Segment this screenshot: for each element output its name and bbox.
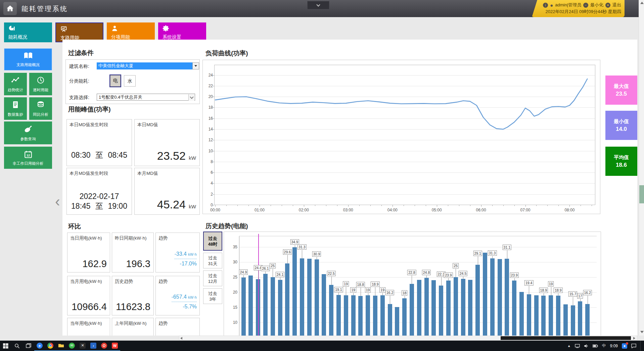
sidebar-item-trend-stats[interactable]: 趋势统计 (4, 73, 27, 95)
minimize-label[interactable]: 最小化 (590, 2, 603, 8)
branch-select[interactable]: 1号配变0.4千伏总开关 (97, 94, 195, 101)
bar (461, 279, 465, 336)
taskbar-app-xshell[interactable]: ✕ (77, 341, 88, 351)
peak-card-today-value: 本日MD值 23.52 kW (134, 119, 200, 166)
scroll-up-arrow[interactable] (640, 2, 644, 4)
highlight-cursor-line (258, 234, 259, 336)
bar (527, 294, 531, 336)
taskbar-app-wechat[interactable]: ✉ (66, 341, 77, 351)
scroll-left-arrow[interactable] (180, 337, 182, 340)
bar-value-label: 23.9 (510, 272, 518, 278)
vertical-scrollbar[interactable] (639, 0, 644, 336)
tray-expand-icon[interactable]: ▲ (567, 344, 571, 348)
taskbar-app-opera[interactable]: O (99, 341, 109, 351)
vertical-scroll-thumb[interactable] (639, 185, 644, 203)
show-desktop-button[interactable] (640, 341, 642, 351)
start-button[interactable] (0, 341, 11, 351)
collapse-panel-arrow[interactable]: ‹ (55, 194, 60, 209)
huanbi-title: 环比 (68, 222, 81, 231)
taskbar-app-file-explorer[interactable] (56, 341, 66, 351)
bar (578, 301, 582, 336)
scroll-right-arrow[interactable] (633, 337, 635, 340)
cell-label: 趋势 (158, 235, 168, 241)
clock[interactable]: 9:09 (610, 344, 618, 348)
month-md-value: 45.24 kW (157, 198, 196, 211)
sidebar-label: 趋势统计 (4, 88, 27, 93)
chevron-down-icon (190, 95, 193, 99)
logout-label[interactable]: 退出 (612, 2, 621, 8)
sidebar-item-nonworkday-analysis[interactable]: 12 非工作日用能分析 (4, 147, 52, 169)
bar (271, 277, 275, 336)
bar-value-label: 19 (379, 287, 385, 293)
tab-past-12m[interactable]: 过去 12月 (203, 270, 222, 286)
minimize-icon[interactable]: − (583, 3, 588, 8)
windows-logo-icon (3, 343, 8, 349)
search-button[interactable] (11, 341, 23, 351)
logout-icon[interactable]: ✕ (605, 3, 610, 8)
bar-value-label: 16.2 (583, 290, 592, 295)
sidebar-item-branch-overview[interactable]: 支路用能概况 (4, 48, 52, 70)
history-bar-chart: 353025201510524.924.426.12524.129.634.93… (224, 232, 601, 336)
huanbi-cell: 当月用电(kW·h) 10966.4 (67, 276, 110, 315)
sidebar-label: 逐时用能 (29, 88, 52, 93)
bar (534, 295, 539, 336)
tab-past-31d[interactable]: 过去 31天 (203, 253, 222, 268)
sidebar-item-parameter-query[interactable]: 参数查询 (4, 121, 52, 144)
satellite-dish-icon (4, 125, 52, 134)
month-md-period: 2022-02-1718:45 至 19:00 (67, 192, 132, 211)
sidebar-item-data-collection[interactable]: 数据集抄 (4, 97, 27, 120)
o-app-icon: O (101, 343, 107, 349)
open-book-icon (4, 52, 52, 60)
water-toggle[interactable]: 水 (124, 75, 136, 87)
building-select[interactable]: 中美信托金融大厦 (97, 62, 192, 69)
horizontal-scroll-thumb[interactable] (501, 336, 631, 340)
tab-past-3y[interactable]: 过去 3年 (203, 288, 222, 304)
user-name: admin|管理员 (555, 2, 581, 8)
building-select-arrow[interactable] (192, 62, 199, 69)
taskbar-app-edge[interactable]: e (34, 341, 45, 351)
cell-label: 趋势 (158, 279, 168, 285)
info-icon[interactable]: i (543, 3, 548, 8)
electric-toggle[interactable]: 电 (109, 74, 121, 87)
sidebar-label: 支路用能概况 (4, 62, 52, 67)
sidebar-label: 同比分析 (29, 112, 52, 117)
cell-value: 196.3 (126, 258, 150, 269)
nav-tile-energy-overview[interactable]: 能耗概况 (4, 22, 52, 42)
bar-value-label: 18 (402, 290, 408, 296)
peak-title: 用能峰值(功率) (68, 105, 111, 114)
taskbar-app-chrome[interactable] (45, 341, 56, 351)
notification-icon[interactable] (631, 344, 636, 348)
huanbi-cell: 当年用电(kW·h) (67, 318, 110, 336)
bar (498, 259, 502, 336)
network-icon[interactable] (575, 344, 580, 348)
taskbar-app-vscode[interactable]: › (88, 341, 99, 351)
bar-value-label: 31.3 (488, 250, 497, 256)
titlebar-expand-button[interactable] (307, 1, 329, 9)
task-view-button[interactable] (23, 341, 34, 351)
bar-value-label: 31.3 (297, 244, 306, 250)
tray-app-badge[interactable]: ■ (622, 343, 627, 349)
clock-icon (29, 76, 52, 84)
bar-value-label: 22.8 (407, 270, 416, 275)
scroll-down-arrow[interactable] (640, 331, 644, 333)
taskbar-app-wps[interactable]: W (109, 341, 120, 351)
battery-icon[interactable] (593, 344, 598, 348)
tab-past-48h[interactable]: 过去 48时 (203, 232, 222, 251)
horizontal-scrollbar[interactable] (179, 336, 637, 340)
bar-value-label: 24.9 (239, 269, 248, 275)
sidebar-item-yoy-analysis[interactable]: 同比分析 (29, 97, 52, 120)
bar (402, 298, 407, 336)
history-chart-panel: 353025201510524.924.426.12524.129.634.93… (224, 232, 601, 336)
home-button[interactable] (3, 2, 17, 15)
wps-icon: W (112, 343, 118, 349)
bar (541, 296, 546, 336)
volume-icon[interactable] (584, 344, 589, 348)
branch-select-arrow[interactable] (188, 94, 194, 101)
person-icon (111, 25, 118, 33)
ime-indicator[interactable]: 中 (602, 343, 606, 349)
bar (322, 274, 326, 336)
sidebar-item-hourly-energy[interactable]: 逐时用能 (29, 73, 52, 95)
stat-avg: 平均值 18.6 (605, 147, 637, 176)
bar-value-label: 25 (453, 263, 459, 268)
bar-value-label: 22.5 (327, 271, 335, 276)
